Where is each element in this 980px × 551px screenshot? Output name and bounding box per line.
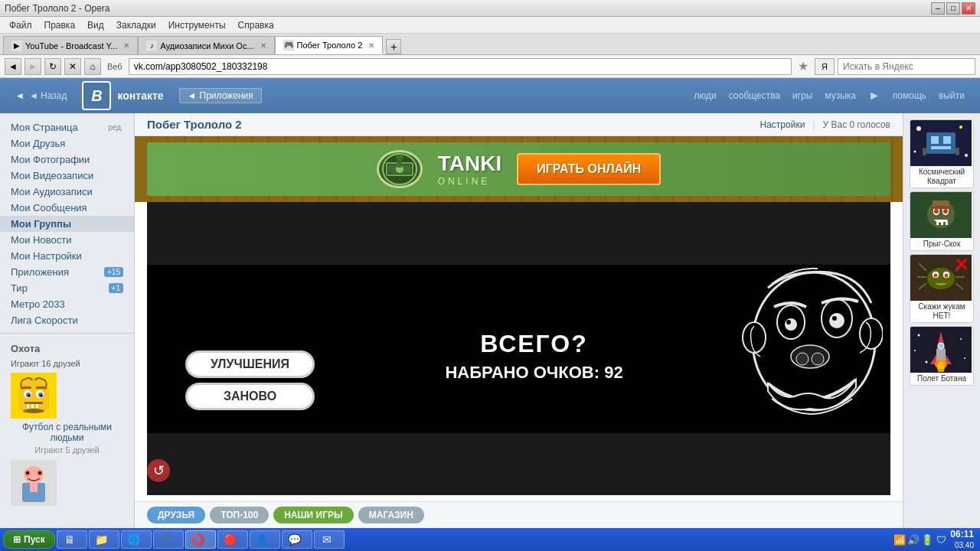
nav-people[interactable]: люди [694,90,716,101]
game-area: ВСЕГО? НАБРАНО ОЧКОВ: 92 УЛУЧШЕНИЯ ЗАНОВ… [147,202,890,495]
taskbar-app-folder[interactable]: 📁 [89,530,119,549]
tanki-logo-text: TANKI [438,152,501,176]
tab-close-game[interactable]: ✕ [368,41,374,50]
nav-communities[interactable]: сообщества [729,90,780,101]
forward-button[interactable]: ► [24,58,41,75]
nav-button-top100[interactable]: ТОП-100 [210,507,269,523]
svg-rect-46 [931,146,951,149]
taskbar-app-explorer[interactable]: 🖥 [57,530,87,549]
menu-help[interactable]: Справка [232,18,280,32]
taskbar-time: 06:11 [950,529,974,541]
sidebar-game-img-spongebob[interactable] [11,373,57,419]
sidebar-item-tir[interactable]: Тир +1 [0,280,134,296]
taskbar-icon-skype: 💬 [289,533,301,546]
vk-back-button[interactable]: ◄ ◄ Назад [15,90,67,101]
sidebar-game-title-football[interactable]: Футбол с реальными людьми [0,420,134,445]
taskbar-app-mail[interactable]: ✉ [314,530,345,549]
sidebar-game-img2[interactable] [11,460,123,508]
sidebar-item-liga[interactable]: Лига Скорости [0,312,134,328]
sidebar-item-metro[interactable]: Метро 2033 [0,296,134,312]
tab-game[interactable]: 🎮 Побег Трололо 2 ✕ [275,36,384,54]
taskbar-app-skype[interactable]: 💬 [282,530,312,549]
sidebar-item-mypage[interactable]: Моя Страница ред. [0,119,134,135]
tab-close-youtube[interactable]: ✕ [123,41,129,50]
nav-button-our-games[interactable]: НАШИ ИГРЫ [273,507,354,523]
yandex-icon[interactable]: Я [815,58,835,75]
sidebar-item-audio[interactable]: Мои Аудиозаписи [0,184,134,200]
url-input[interactable] [129,58,792,75]
menu-view[interactable]: Вид [81,18,110,32]
windows-logo-icon: ⊞ [13,534,21,545]
taskbar-app-ie[interactable]: 🌐 [121,530,152,549]
home-button[interactable]: ⌂ [84,58,101,75]
minimize-button[interactable]: – [931,2,945,15]
nav-more-button[interactable]: ► [868,89,880,103]
new-tab-button[interactable]: + [386,39,401,54]
sidebar-item-apps[interactable]: Приложения +15 [0,264,134,280]
game-title-prygskog: Прыг-Скок [910,238,973,250]
sidebar-item-messages[interactable]: Мои Сообщения [0,200,134,216]
sidebar-item-friends[interactable]: Мои Друзья [0,135,134,152]
sidebar-section-ohota: Охота [0,338,134,356]
settings-link[interactable]: Настройки [760,119,805,130]
game-badge-restart[interactable]: ЗАНОВО [185,383,315,410]
game-card-prygskog[interactable]: Прыг-Скок [910,191,974,251]
game-card-cosmic[interactable]: Космический Квадрат [910,119,974,188]
tray-battery-icon: 🔋 [921,533,933,546]
nav-help[interactable]: помощь [893,90,926,101]
nav-button-shop[interactable]: МАГАЗИН [358,507,424,523]
sidebar-item-settings[interactable]: Мои Настройки [0,248,134,264]
nav-button-friends[interactable]: ДРУЗЬЯ [147,507,205,523]
menu-file[interactable]: Файл [3,18,38,32]
taskbar-icon-explorer: 🖥 [64,533,76,546]
tab-close-audio[interactable]: ✕ [260,41,266,50]
menu-tools[interactable]: Инструменты [162,18,232,32]
game-card-botan[interactable]: Полет Ботана [910,326,974,386]
sidebar-item-groups[interactable]: Мои Группы [0,216,134,232]
svg-point-47 [916,126,921,131]
taskbar-app-app2[interactable]: 🔴 [217,530,248,549]
menu-bookmarks[interactable]: Закладки [110,18,162,32]
vk-logo[interactable]: В контакте [82,81,163,110]
reload-button[interactable]: ↻ [44,58,61,75]
taskbar-app-user[interactable]: 👤 [250,530,280,549]
nav-music[interactable]: музыка [825,90,856,101]
sidebar-item-videos[interactable]: Мои Видеозаписи [0,168,134,184]
tray-volume-icon: 🔊 [907,533,920,546]
maximize-button[interactable]: □ [946,2,960,15]
vk-brand-name: контакте [117,90,163,102]
game-card-bugs[interactable]: Скажи жукам НЕТ! [910,254,974,323]
svg-point-88 [926,361,928,364]
sidebar-item-photos[interactable]: Мои Фотографии [0,152,134,168]
tanki-play-button[interactable]: ИГРАТЬ ОНЛАЙН [517,153,661,185]
taskbar-app-media[interactable]: 🎵 [153,530,184,549]
svg-rect-3 [22,386,31,389]
tab-audio[interactable]: ♪ Аудиозаписи Михи Ос... ✕ [138,36,274,54]
sidebar-label-apps: Приложения [11,266,69,278]
search-input[interactable] [838,58,975,75]
game-badge-improvements[interactable]: УЛУЧШЕНИЯ [185,350,315,378]
game-title-cosmic: Космический Квадрат [910,166,973,187]
sidebar-item-news[interactable]: Мои Новости [0,232,134,248]
vk-apps-button[interactable]: ◄ Приложения [179,88,262,103]
tab-youtube[interactable]: ▶ YouTube - Broadcast Y... ✕ [3,36,138,54]
game-screen: ВСЕГО? НАБРАНО ОЧКОВ: 92 УЛУЧШЕНИЯ ЗАНОВ… [147,265,890,433]
svg-rect-43 [926,132,956,154]
refresh-button[interactable]: ↺ [147,459,170,482]
apps-arrow-icon: ◄ [188,90,197,101]
game-text-line1: ВСЕГО? [445,330,622,358]
stop-button[interactable]: ✕ [64,58,81,75]
bookmark-star[interactable]: ★ [795,58,812,75]
nav-logout[interactable]: выйти [939,90,965,101]
tanki-text-area: TANKI ONLINE [438,152,501,187]
nav-games[interactable]: игры [792,90,812,101]
taskbar-app-opera[interactable]: ⭕ [185,530,216,549]
close-button[interactable]: ✕ [962,2,975,15]
back-button[interactable]: ◄ [5,58,21,75]
back-label: ◄ Назад [29,90,67,101]
start-button[interactable]: ⊞ Пуск [3,530,55,549]
content-header-right: Настройки | У Вас 0 голосов [760,119,890,130]
menu-edit[interactable]: Правка [38,18,82,32]
tanki-banner[interactable]: TANKI ONLINE ИГРАТЬ ОНЛАЙН [147,142,890,196]
tray-network-icon: 📶 [893,533,906,546]
